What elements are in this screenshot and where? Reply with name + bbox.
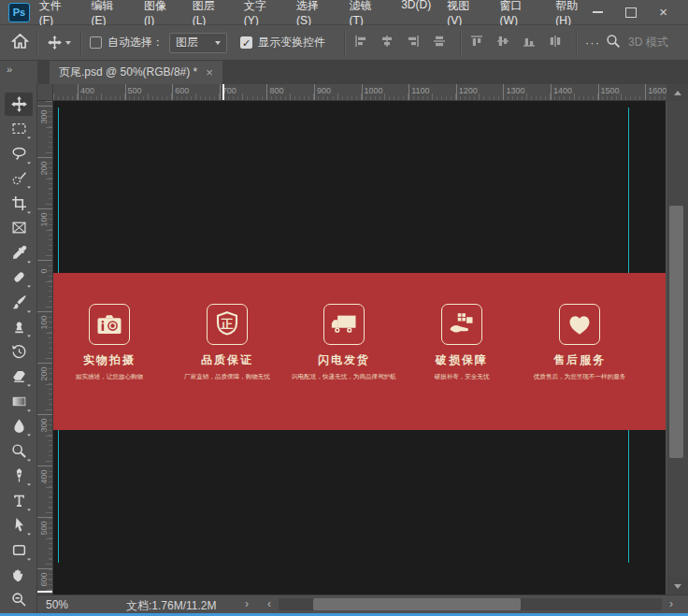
menu-item[interactable]: 文件(F) — [39, 0, 76, 27]
move-tool-preset[interactable] — [48, 36, 71, 50]
ruler-tick — [37, 466, 52, 466]
menu-item[interactable]: 窗口(W) — [500, 0, 540, 27]
more-options-icon[interactable]: ··· — [585, 36, 600, 50]
shield-zheng-icon: 正 — [207, 304, 248, 345]
menu-item[interactable]: 滤镜(T) — [349, 0, 385, 27]
horizontal-scrollbar-thumb[interactable] — [313, 598, 521, 610]
show-transform-checkbox[interactable]: ✓ — [240, 36, 252, 49]
ruler-label: 900 — [317, 86, 331, 95]
menu-item[interactable]: 视图(V) — [447, 0, 483, 27]
tool-blur-icon[interactable] — [0, 414, 37, 439]
status-popup-chevron-icon[interactable]: › — [245, 597, 249, 610]
menu-item[interactable]: 选择(S) — [296, 0, 333, 27]
tool-spot-healing-brush-icon[interactable] — [0, 265, 37, 291]
align-vertical-centers-icon[interactable] — [495, 34, 510, 51]
ruler-tick — [408, 84, 409, 100]
ruler-label: 100 — [39, 212, 49, 227]
vertical-scrollbar[interactable] — [666, 101, 688, 595]
home-icon[interactable] — [11, 33, 29, 53]
menu-item[interactable]: 图层(L) — [193, 0, 228, 27]
scroll-down-icon[interactable] — [666, 578, 688, 595]
ruler-label: 0 — [39, 264, 49, 279]
tool-object-selection-icon[interactable] — [0, 166, 37, 192]
scroll-left-icon[interactable]: ‹ — [267, 597, 271, 610]
align-right-edges-icon[interactable] — [406, 34, 421, 51]
tool-move-icon[interactable] — [0, 92, 37, 117]
menu-item[interactable]: 编辑(E) — [92, 0, 128, 27]
align-bottom-edges-icon[interactable] — [522, 34, 537, 51]
horizontal-scrollbar[interactable] — [279, 598, 662, 610]
align-horizontal-centers-icon[interactable] — [380, 34, 394, 51]
vertical-ruler[interactable]: 3002001000100200300400500600 — [37, 101, 53, 595]
tab-close-icon[interactable]: × — [206, 65, 213, 79]
maximize-icon[interactable] — [625, 7, 637, 18]
document-tab[interactable]: 页尾.psd @ 50%(RGB/8#) * × — [50, 61, 222, 84]
ruler-label: 1500 — [601, 86, 620, 95]
distribute-vertical-centers-icon[interactable] — [548, 34, 563, 51]
auto-select-checkbox[interactable] — [90, 36, 102, 49]
tool-zoom-icon[interactable] — [0, 587, 37, 612]
ruler-label: 1300 — [506, 86, 524, 95]
align-icons-group — [353, 34, 447, 51]
tool-pen-icon[interactable] — [0, 464, 37, 489]
tool-rectangle-shape-icon[interactable] — [0, 537, 37, 563]
svg-text:正: 正 — [220, 317, 233, 331]
menu-item[interactable]: 图像(I) — [144, 0, 177, 27]
ruler-tick — [125, 84, 126, 100]
ruler-label: 500 — [128, 86, 142, 95]
menu-item[interactable]: 文字(Y) — [244, 0, 280, 27]
tool-clone-stamp-icon[interactable] — [0, 315, 37, 340]
ruler-tick — [220, 84, 221, 100]
ruler-label: 1000 — [365, 86, 383, 95]
service-title: 破损保障 — [436, 352, 488, 368]
ruler-label: 1100 — [411, 86, 429, 95]
vertical-scrollbar-thumb[interactable] — [669, 206, 683, 458]
tool-rectangular-marquee-icon[interactable] — [0, 117, 37, 142]
align-top-edges-icon[interactable] — [469, 34, 484, 51]
tool-eyedropper-icon[interactable] — [0, 240, 37, 265]
ruler-tick — [78, 84, 79, 100]
tool-history-brush-icon[interactable] — [0, 339, 37, 365]
search-icon[interactable] — [606, 34, 621, 51]
align-left-edges-icon[interactable] — [353, 34, 368, 51]
tool-gradient-icon[interactable] — [0, 389, 37, 414]
service-subtitle: 如实描述，让您放心购物 — [76, 372, 143, 380]
tool-brush-icon[interactable] — [0, 290, 37, 315]
tool-eraser-icon[interactable] — [0, 365, 37, 390]
ruler-tick — [456, 84, 457, 100]
tool-options-bar: 自动选择： 图层 ✓ 显示变换控件 ··· 3D 模式 — [0, 25, 688, 61]
3d-mode-label: 3D 模式 — [628, 35, 668, 50]
document-canvas[interactable]: 实物拍摄如实描述，让您放心购物正品质保证厂家直销，品质保障，购物无忧闪电发货闪电… — [53, 101, 666, 595]
ruler-label: 300 — [39, 418, 49, 433]
close-icon[interactable]: × — [659, 7, 667, 17]
tool-hand-icon[interactable] — [0, 563, 37, 588]
ruler-tick — [551, 84, 552, 100]
expand-panels-icon[interactable]: » — [0, 61, 37, 84]
tool-path-selection-icon[interactable] — [0, 513, 37, 538]
chevron-down-icon — [215, 41, 221, 45]
tool-dodge-icon[interactable] — [0, 438, 37, 464]
tool-crop-icon[interactable] — [0, 191, 37, 216]
tool-lasso-icon[interactable] — [0, 141, 37, 166]
auto-select-label: 自动选择： — [108, 35, 164, 50]
menu-item[interactable]: 3D(D) — [401, 0, 431, 27]
service-subtitle: 闪电配送，快递无忧，为商品保驾护航 — [292, 372, 396, 380]
tool-frame-icon[interactable] — [0, 216, 37, 241]
align-icons-group — [469, 34, 563, 51]
photoshop-window: Ps 文件(F)编辑(E)图像(I)图层(L)文字(Y)选择(S)滤镜(T)3D… — [0, 0, 688, 616]
distribute-horizontal-centers-icon[interactable] — [432, 34, 447, 51]
ruler-tick — [37, 208, 52, 209]
zoom-level-field[interactable]: 50% — [46, 598, 68, 611]
auto-select-target-dropdown[interactable]: 图层 — [169, 33, 227, 53]
scroll-up-icon[interactable] — [666, 84, 688, 101]
photoshop-logo-icon[interactable]: Ps — [8, 3, 30, 22]
auto-select-target-value: 图层 — [176, 35, 198, 50]
ruler-tick — [645, 84, 646, 100]
tool-type-icon[interactable] — [0, 488, 37, 513]
minimize-icon[interactable] — [593, 11, 603, 13]
ruler-corner[interactable] — [37, 84, 53, 101]
menu-item[interactable]: 帮助(H) — [555, 0, 593, 27]
service-item: 闪电发货闪电配送，快递无忧，为商品保驾护航 — [279, 304, 409, 381]
horizontal-ruler[interactable]: 4005006007008009001000110012001300140015… — [53, 84, 666, 101]
scroll-right-icon[interactable]: › — [669, 597, 673, 610]
